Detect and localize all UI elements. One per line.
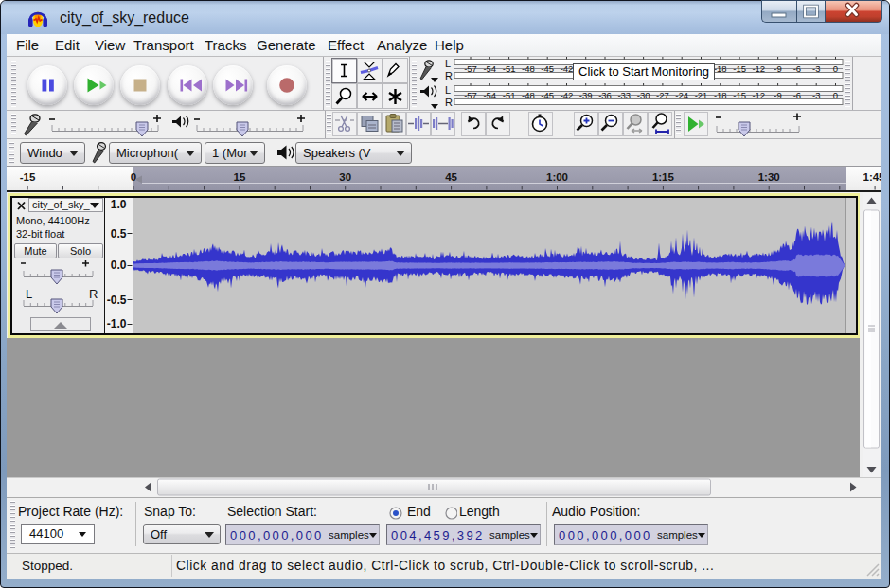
- svg-text:-9: -9: [774, 90, 781, 100]
- svg-text:1:30: 1:30: [758, 171, 780, 183]
- svg-text:-27: -27: [656, 90, 669, 100]
- svg-text:-15: -15: [733, 90, 746, 100]
- svg-text:-18: -18: [714, 90, 727, 100]
- svg-text:30: 30: [339, 171, 351, 183]
- svg-text:-42: -42: [561, 90, 574, 100]
- svg-text:15: 15: [234, 171, 246, 183]
- svg-text:0.5: 0.5: [111, 227, 127, 241]
- svg-text:45: 45: [445, 171, 457, 183]
- svg-text:-54: -54: [483, 63, 496, 74]
- svg-text:-33: -33: [617, 90, 631, 100]
- svg-text:-18: -18: [714, 63, 727, 74]
- svg-text:-15: -15: [20, 171, 36, 183]
- svg-text:-36: -36: [598, 90, 612, 100]
- svg-text:-1.0: -1.0: [107, 317, 127, 330]
- svg-text:L: L: [26, 287, 32, 301]
- svg-text:-54: -54: [483, 90, 496, 100]
- svg-text:-12: -12: [752, 63, 765, 74]
- svg-text:0: 0: [833, 63, 838, 74]
- svg-text:0.0: 0.0: [111, 258, 127, 272]
- svg-text:-12: -12: [752, 90, 765, 100]
- svg-text:-3: -3: [812, 90, 820, 100]
- svg-text:-30: -30: [637, 90, 650, 100]
- svg-text:1:15: 1:15: [652, 171, 675, 183]
- svg-text:-3: -3: [812, 63, 820, 74]
- svg-text:-0.5: -0.5: [107, 294, 127, 307]
- svg-text:0: 0: [833, 90, 838, 100]
- svg-text:-42: -42: [561, 63, 574, 74]
- svg-text:-9: -9: [774, 63, 781, 74]
- svg-text:L: L: [445, 58, 451, 69]
- svg-text:-48: -48: [522, 90, 535, 100]
- svg-text:-57: -57: [464, 63, 477, 74]
- svg-text:-45: -45: [541, 63, 554, 74]
- svg-text:-24: -24: [675, 90, 688, 100]
- svg-text:-51: -51: [503, 63, 516, 74]
- svg-text:0: 0: [131, 171, 136, 183]
- svg-text:-48: -48: [522, 63, 535, 74]
- svg-text:-39: -39: [579, 90, 593, 100]
- svg-text:1:00: 1:00: [546, 171, 568, 183]
- svg-text:1:45: 1:45: [863, 171, 881, 183]
- svg-text:-15: -15: [733, 63, 746, 74]
- svg-text:L: L: [445, 84, 451, 96]
- svg-text:-57: -57: [464, 90, 477, 100]
- svg-text:1.0: 1.0: [111, 198, 127, 211]
- svg-text:-6: -6: [793, 63, 801, 74]
- svg-text:R: R: [89, 287, 98, 301]
- svg-text:-6: -6: [793, 90, 801, 100]
- svg-text:R: R: [445, 97, 453, 108]
- svg-text:-45: -45: [541, 90, 554, 100]
- svg-text:R: R: [445, 70, 453, 81]
- svg-text:-21: -21: [695, 90, 708, 100]
- svg-text:-51: -51: [503, 90, 516, 100]
